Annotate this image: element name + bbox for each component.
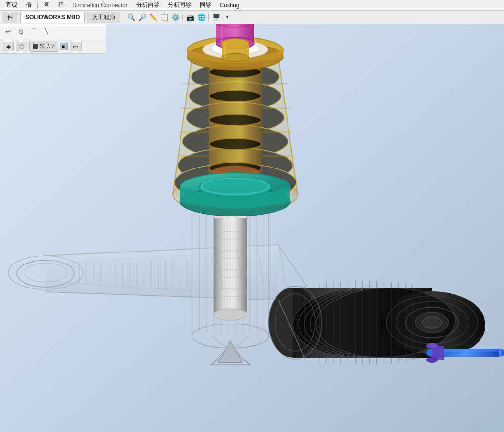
svg-point-104 [222,53,249,62]
input-label: 输入2 [40,42,55,50]
line-tool[interactable]: ╲ [41,26,52,37]
rect-icon: ▭ [73,43,78,50]
edit-icon[interactable]: ✏️ [148,12,158,22]
menu-analysis2[interactable]: 分析同导 [164,0,195,10]
expand-arrow[interactable]: ▶ [60,43,68,50]
tab-solidworks-mbd[interactable]: SOLIDWORKS MBD [20,12,85,23]
menu-sep-1 [37,2,38,9]
cube-icon: ⬡ [19,43,24,50]
input-icon: ⬛ [33,44,38,49]
toolbar-icons: 🔍 🔎 ✏️ 📋 ⚙️ 📷 🌐 🖥️ ▼ [126,12,232,22]
svg-point-145 [426,357,438,363]
settings-icon[interactable]: ⚙️ [170,12,180,22]
menu-cheng[interactable]: 程 [54,0,68,10]
clipboard-icon[interactable]: 📋 [159,12,169,22]
menu-sim-connector[interactable]: Simulation Connector [69,1,132,10]
tab-engineer[interactable]: 大工程师 [87,12,120,23]
feature-row: ◆ ⬡ ⬛ 输入2 ▶ ▭ [0,39,106,54]
cube-button[interactable]: ⬡ [16,42,27,51]
menu-analysis1[interactable]: 分析向导 [132,0,163,10]
menu-zhiguan[interactable]: 直观 [2,0,21,10]
menu-costing[interactable]: Costing [216,1,243,10]
icon-sep [182,13,183,21]
sketch-row: ↩ ⊙ ⌒ ╲ [0,24,106,39]
svg-point-76 [209,138,262,150]
top-menu-bar: 直观 倍 查 程 Simulation Connector 分析向导 分析同导 … [0,0,504,11]
shape-button[interactable]: ◆ [3,42,14,51]
svg-point-75 [209,114,262,126]
camera-icon[interactable]: 📷 [185,12,195,22]
menu-cha[interactable]: 查 [40,0,53,10]
svg-point-144 [426,343,438,348]
icon-sep-2 [208,13,209,21]
toolbar-row: 件 SOLIDWORKS MBD 大工程师 🔍 🔎 ✏️ 📋 ⚙️ 📷 🌐 🖥️… [0,11,504,24]
search-icon[interactable]: 🔍 [126,12,136,22]
svg-point-138 [422,317,442,328]
dropdown-arrow[interactable]: ▼ [222,12,232,22]
zoom-icon[interactable]: 🔎 [137,12,147,22]
input-button[interactable]: ⬛ 输入2 [29,41,58,52]
monitor-icon[interactable]: 🖥️ [211,12,221,22]
arc-tool[interactable]: ⌒ [28,26,39,37]
svg-point-74 [209,90,262,102]
tab-part[interactable]: 件 [2,12,18,23]
globe-icon[interactable]: 🌐 [196,12,206,22]
menu-bei[interactable]: 倍 [22,0,36,10]
shape-icon: ◆ [6,43,11,50]
menu-tongdao[interactable]: 同导 [196,0,215,10]
circle-tool[interactable]: ⊙ [15,26,26,37]
rect-button[interactable]: ▭ [70,42,82,51]
undo-tool[interactable]: ↩ [2,26,13,37]
